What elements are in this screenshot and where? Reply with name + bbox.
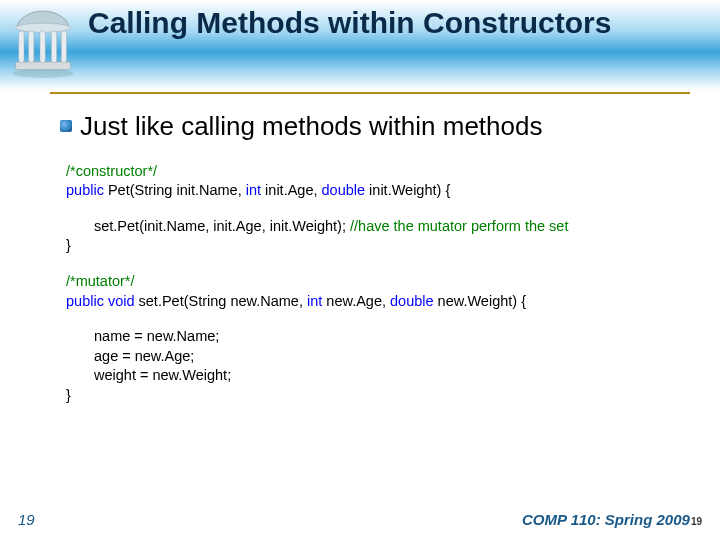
svg-rect-4: [29, 31, 34, 63]
logo-icon: [4, 4, 82, 82]
code-line: public Pet(String init.Name, int init.Ag…: [66, 181, 680, 201]
slide: Calling Methods within Constructors Just…: [0, 0, 720, 540]
svg-rect-1: [16, 62, 71, 70]
bullet-icon: [60, 120, 72, 132]
footer-course: COMP 110: Spring 200919: [522, 511, 702, 528]
code-line: }: [66, 236, 680, 256]
footer-slide-number: 19: [18, 511, 35, 528]
slide-title: Calling Methods within Constructors: [88, 6, 688, 41]
code-line: public void set.Pet(String new.Name, int…: [66, 292, 680, 312]
content-area: Just like calling methods within methods…: [60, 110, 680, 405]
svg-rect-7: [61, 31, 66, 63]
footer-page-small: 19: [691, 516, 702, 527]
code-line: weight = new.Weight;: [66, 366, 680, 386]
code-line: set.Pet(init.Name, init.Age, init.Weight…: [66, 217, 680, 237]
title-underline: [50, 92, 690, 94]
bullet-item: Just like calling methods within methods: [60, 110, 680, 144]
code-line: age = new.Age;: [66, 347, 680, 367]
code-comment: /*constructor*/: [66, 163, 157, 179]
bullet-text: Just like calling methods within methods: [80, 110, 542, 144]
code-line: name = new.Name;: [66, 327, 680, 347]
code-block: /*constructor*/ public Pet(String init.N…: [60, 162, 680, 406]
svg-rect-5: [40, 31, 45, 63]
code-comment: /*mutator*/: [66, 273, 135, 289]
svg-point-0: [13, 69, 74, 78]
svg-rect-3: [19, 31, 24, 63]
code-line: }: [66, 386, 680, 406]
svg-rect-6: [51, 31, 56, 63]
